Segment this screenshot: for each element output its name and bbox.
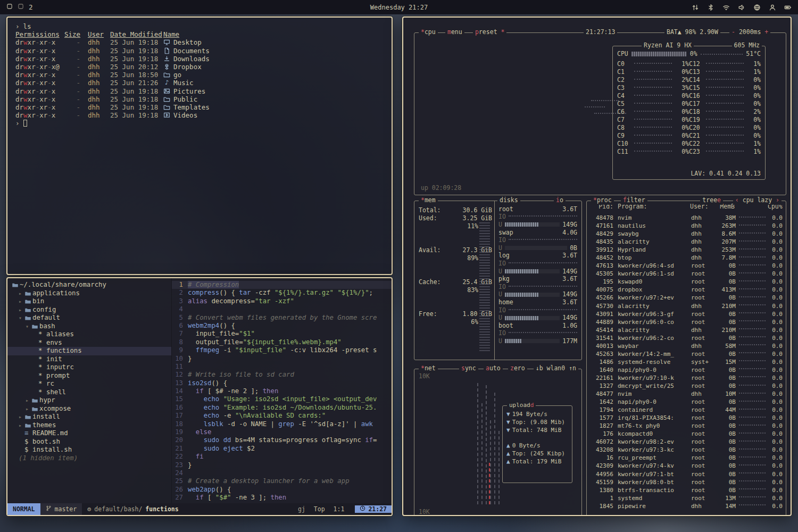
process-row[interactable]: 42309kworker/u97:4-kvroot0B0.0 bbox=[591, 462, 783, 470]
process-row[interactable]: 44889kworker/u96:0-coroot0B0.0 bbox=[591, 318, 783, 326]
process-row[interactable]: 43091kworker/u96:3-gfroot0B0.0 bbox=[591, 310, 783, 318]
io-tab[interactable]: io bbox=[554, 196, 566, 205]
process-row[interactable]: 31541kworker/u96:2-coroot0B0.0 bbox=[591, 334, 783, 342]
process-row[interactable]: 46072kworker/u98:2-evroot0B0.0 bbox=[591, 438, 783, 446]
name-cell[interactable]: Documents bbox=[163, 47, 210, 55]
proc-info-button[interactable]: ↵ info bbox=[622, 516, 649, 516]
menu-button[interactable]: menu bbox=[445, 28, 464, 37]
wifi-icon[interactable] bbox=[722, 4, 730, 11]
process-row[interactable]: 47161nautilusdhh263M0.0 bbox=[591, 222, 783, 230]
process-row[interactable]: 16rcu_preemptroot0B0.0 bbox=[591, 454, 783, 462]
process-row[interactable]: 22161kworker/u97:10-kroot0B0.0 bbox=[591, 374, 783, 382]
process-row[interactable]: 47613kworker/u96:4-sdroot0B0.0 bbox=[591, 262, 783, 270]
tree-item-aliases[interactable]: *aliases bbox=[7, 330, 171, 339]
proc-box-tab[interactable]: *proc bbox=[591, 196, 614, 205]
tree-item-boot-sh[interactable]: $boot.sh bbox=[7, 438, 171, 446]
process-row[interactable]: 1845pipewiredhh14M0.0 bbox=[591, 502, 783, 510]
tree-item-rc[interactable]: *rc bbox=[7, 380, 171, 388]
workspace-app-icon[interactable] bbox=[18, 3, 24, 11]
name-cell[interactable]: ♪Music bbox=[163, 79, 194, 87]
tree-item-config[interactable]: ▸config bbox=[7, 306, 171, 314]
process-row[interactable]: 176kcompactd0root0B0.0 bbox=[591, 430, 783, 438]
user-icon[interactable] bbox=[769, 4, 776, 11]
workspace-number[interactable]: 2 bbox=[29, 3, 33, 11]
process-row[interactable]: 48478nvimdhh38M0.0 bbox=[591, 214, 783, 222]
volume-icon[interactable] bbox=[738, 4, 745, 11]
tree-item-bin[interactable]: ▸bin bbox=[7, 297, 171, 306]
name-cell[interactable]: Dropbox bbox=[163, 63, 202, 71]
process-row[interactable]: 45263kworker/14:2-mm_root0B0.0 bbox=[591, 350, 783, 358]
workspace-app-icon[interactable] bbox=[6, 3, 13, 11]
process-row[interactable]: 1486systemd-resolvesyst+15M0.0 bbox=[591, 358, 783, 366]
tree-item-init[interactable]: *init bbox=[7, 355, 171, 364]
upload-tab[interactable]: uploadd bbox=[507, 401, 536, 410]
process-row[interactable]: 40013waybardhh58M0.0 bbox=[591, 342, 783, 350]
name-cell[interactable]: Templates bbox=[163, 103, 210, 111]
tree-item-default[interactable]: ▾default bbox=[7, 314, 171, 322]
process-row[interactable]: 1640napi/phy0-0root0B0.0 bbox=[591, 366, 783, 374]
net-interface[interactable]: ↓b wlan0 ↑n bbox=[534, 364, 578, 373]
process-row[interactable]: 45305kworker/u96:1-sdroot0B0.0 bbox=[591, 270, 783, 278]
process-row[interactable]: 1827mt76-tx phy0root0B0.0 bbox=[591, 422, 783, 430]
tree-item-functions[interactable]: *functions bbox=[7, 347, 171, 355]
tree-item-shell[interactable]: *shell bbox=[7, 388, 171, 397]
net-box-tab[interactable]: *net bbox=[419, 364, 438, 373]
proc-signals-button[interactable]: ‹ signals bbox=[653, 516, 690, 516]
code-editor[interactable]: 1# Compression2compress() { tar -czf "${… bbox=[171, 278, 392, 503]
process-row[interactable]: 1327dmcrypt_write/25root0B0.0 bbox=[591, 382, 783, 390]
process-row[interactable]: 1642napi/phy0-0root0B0.0 bbox=[591, 398, 783, 406]
process-row[interactable]: 1794containerdroot44M0.0 bbox=[591, 406, 783, 414]
process-row[interactable]: 45266kworker/u97:2+evroot0B0.0 bbox=[591, 294, 783, 302]
git-branch-segment[interactable]: master bbox=[40, 503, 82, 515]
process-row[interactable]: 45730alacrittydhh210M0.0 bbox=[591, 302, 783, 310]
tree-item-xcompose[interactable]: ▸xcompose bbox=[7, 405, 171, 413]
tree-item--local-share-omarchy[interactable]: ~/.local/share/omarchy bbox=[7, 281, 171, 289]
preset-button[interactable]: preset * bbox=[473, 28, 506, 37]
tree-item-themes[interactable]: ▸themes bbox=[7, 421, 171, 430]
name-cell[interactable]: Downloads bbox=[163, 55, 210, 63]
bluetooth-icon[interactable] bbox=[707, 4, 714, 11]
process-row[interactable]: 195kswapd0root0B0.0 bbox=[591, 278, 783, 286]
process-row[interactable]: 45159kworker/u98:0-btroot0B0.0 bbox=[591, 478, 783, 486]
process-row[interactable]: 40075dropboxroot413M0.0 bbox=[591, 286, 783, 294]
cpu-box-tab[interactable]: *cpu bbox=[419, 28, 438, 37]
process-row[interactable]: 1577irq/81-PIXA3854:root0B0.0 bbox=[591, 414, 783, 422]
name-cell[interactable]: Pictures bbox=[163, 87, 205, 95]
process-row[interactable]: 39912Hyprlanddhh253M0.0 bbox=[591, 246, 783, 254]
tree-item-install[interactable]: ▸install bbox=[7, 413, 171, 421]
net-auto-tab[interactable]: auto bbox=[484, 364, 503, 373]
process-row[interactable]: 48435alacrittydhh207M0.0 bbox=[591, 238, 783, 246]
interval-plus-button[interactable]: + bbox=[764, 28, 768, 36]
proc-sort-tab[interactable]: ‹ cpu lazy › bbox=[733, 196, 782, 205]
network-icon[interactable] bbox=[753, 4, 761, 11]
name-cell[interactable]: Desktop bbox=[163, 38, 202, 46]
tree-item-envs[interactable]: *envs bbox=[7, 339, 171, 347]
tree-item-install-sh[interactable]: $install.sh bbox=[7, 446, 171, 454]
tree-item-bash[interactable]: ▾bash bbox=[7, 322, 171, 331]
disks-tab[interactable]: disks bbox=[497, 196, 520, 205]
proc-tree-tab[interactable]: treee bbox=[700, 196, 723, 205]
battery-icon[interactable] bbox=[784, 4, 792, 11]
net-sync-tab[interactable]: sync bbox=[459, 364, 478, 373]
workspace-indicator[interactable]: 2 bbox=[6, 3, 33, 11]
process-row[interactable]: 48429swaybgdhh8.6M0.0 bbox=[591, 230, 783, 238]
name-cell[interactable]: Videos bbox=[163, 111, 197, 119]
name-cell[interactable]: go bbox=[163, 71, 181, 79]
process-row[interactable]: 43208kworker/u97:3-kcroot0B0.0 bbox=[591, 446, 783, 454]
tree-item-readme-md[interactable]: ≡README.md bbox=[7, 429, 171, 438]
tree-item-applications[interactable]: ▸applications bbox=[7, 289, 171, 298]
process-row[interactable]: 44956kworker/u97:1-btroot0B0.0 bbox=[591, 470, 783, 478]
name-cell[interactable]: Public bbox=[163, 95, 197, 103]
interval-minus-button[interactable]: - bbox=[732, 28, 735, 36]
process-row[interactable]: 45414alacrittydhh210M0.0 bbox=[591, 326, 783, 334]
tree-item-prompt[interactable]: *prompt bbox=[7, 372, 171, 380]
net-zero-tab[interactable]: zero bbox=[508, 364, 527, 373]
updates-icon[interactable] bbox=[692, 4, 699, 11]
process-row[interactable]: 48452btopdhh7.8M0.0 bbox=[591, 254, 783, 262]
mem-box-tab[interactable]: *mem bbox=[419, 196, 438, 205]
tree-item-hypr[interactable]: ▸hypr bbox=[7, 396, 171, 405]
process-row[interactable]: 48477nvimdhh10M0.0 bbox=[591, 390, 783, 398]
tree-item-inputrc[interactable]: *inputrc bbox=[7, 363, 171, 372]
process-row[interactable]: 1systemdroot13M0.0 bbox=[591, 494, 783, 502]
command-line-empty[interactable]: › bbox=[15, 119, 384, 127]
